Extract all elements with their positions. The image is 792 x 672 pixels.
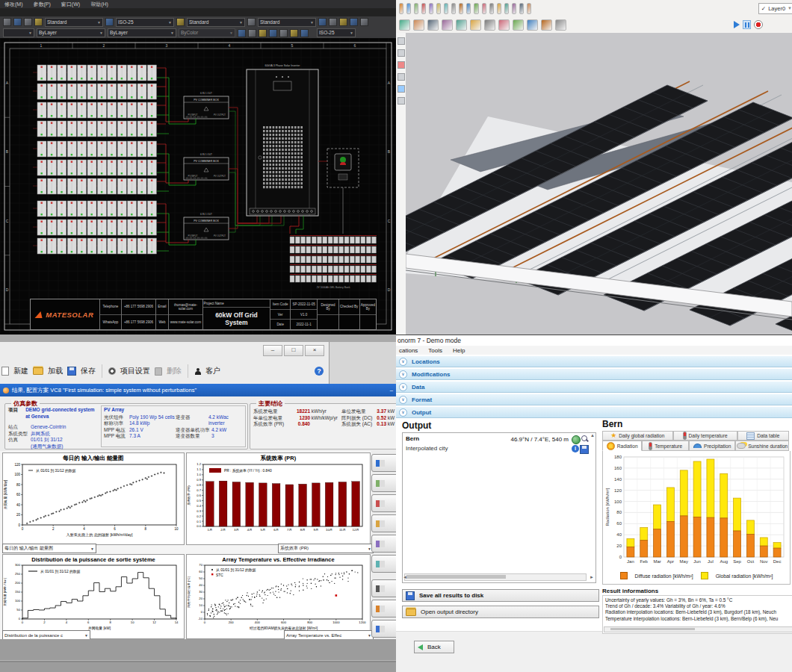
edit-tool-icon-6[interactable] [484, 19, 495, 31]
left-tool-icon-1[interactable] [397, 37, 405, 45]
edit-tool-icon-11[interactable] [413, 19, 424, 31]
info-icon[interactable]: i [572, 445, 579, 452]
result-tool-button-2[interactable] [371, 474, 396, 492]
tab-sunshine-duration[interactable]: Sunshine duration [735, 441, 789, 451]
list-scroll-right[interactable]: ► [590, 574, 594, 581]
chart-io-selector[interactable]: 每日的 输入/输出 能量图▼ [2, 544, 96, 553]
modeler-tool-icon-12[interactable] [482, 3, 486, 14]
cad-drawing-canvas[interactable]: 123456AABBCCDD6 IN 1 OUTPV COMBINER BOXP… [0, 38, 396, 335]
layer-dropdown[interactable]: ✓ Layer0 ▼ [758, 3, 792, 14]
menu-locations[interactable]: cations [399, 347, 418, 354]
modeler-tool-icon-15[interactable] [504, 3, 509, 14]
cad-icon-13[interactable] [269, 29, 277, 37]
cad-text-style-combo[interactable]: Standard▼ [45, 18, 103, 27]
cad-menu-modify[interactable]: 修改(M) [4, 1, 23, 8]
save-icon[interactable] [67, 367, 76, 376]
cad-menu-help[interactable]: 帮助(H) [90, 1, 108, 8]
modeler-tool-icon-8[interactable] [451, 3, 456, 14]
open-output-button[interactable]: Open output directory [402, 606, 599, 618]
modeler-tool-icon-4[interactable] [421, 3, 426, 14]
load-icon[interactable] [33, 367, 43, 375]
modeler-tool-icon-14[interactable] [497, 3, 501, 14]
tab-daily-global-radiation[interactable]: ★Daily global radiation [602, 431, 673, 441]
cad-icon-1[interactable] [3, 18, 11, 26]
cad-icon-16[interactable] [300, 29, 309, 37]
cad-linetype-combo[interactable]: ByLayer▼ [108, 28, 176, 37]
modeler-tool-icon-3[interactable] [414, 3, 418, 14]
cad-menu-window[interactable]: 窗口(W) [61, 1, 80, 8]
left-tool-icon-3[interactable] [397, 61, 405, 69]
accordion-modifications[interactable]: ∨Modifications [396, 368, 792, 380]
left-tool-icon-6[interactable] [397, 97, 405, 105]
result-tool-button-5[interactable] [371, 535, 396, 553]
cad-icon-15[interactable] [290, 29, 298, 37]
edit-tool-icon-9[interactable] [442, 19, 453, 31]
result-hscrollbar[interactable] [604, 626, 792, 632]
save-results-button[interactable]: Save all results to disk [402, 589, 599, 602]
cad-icon-2[interactable] [13, 18, 22, 26]
cad-icon-6[interactable] [329, 18, 337, 26]
cad-dim-icon[interactable] [105, 18, 114, 26]
modeler-tool-icon-5[interactable] [429, 3, 433, 14]
tab-radiation[interactable]: Radiation [602, 441, 642, 451]
result-tool-button-4[interactable] [371, 514, 396, 532]
tab-temperature[interactable]: Temperature [642, 441, 689, 451]
cad-icon-5[interactable] [318, 18, 327, 26]
modeler-tool-icon-2[interactable] [406, 3, 411, 14]
cad-mleader-style-combo[interactable]: Standard▼ [258, 18, 316, 27]
cad-icon-10[interactable] [238, 29, 246, 37]
edit-tool-icon-12[interactable] [399, 19, 410, 31]
list-hscrollbar[interactable] [404, 573, 587, 581]
delete-label[interactable]: 删除 [167, 366, 182, 376]
tab-precipitation[interactable]: Precipitation [689, 441, 736, 451]
save-label[interactable]: 保存 [81, 366, 96, 376]
new-label[interactable]: 新建 [13, 366, 28, 376]
modeler-tool-icon-11[interactable] [474, 3, 478, 14]
modeler-tool-icon-7[interactable] [444, 3, 448, 14]
pause-icon[interactable] [743, 20, 751, 29]
modeler-tool-icon-13[interactable] [489, 3, 494, 14]
tab-data-table[interactable]: Data table [737, 431, 789, 441]
cad-icon-8[interactable] [350, 18, 358, 26]
cad-icon-3[interactable] [24, 18, 32, 26]
play-icon[interactable] [734, 21, 740, 28]
menu-help[interactable]: Help [453, 347, 465, 354]
settings-icon[interactable] [108, 367, 116, 375]
map-icon[interactable] [572, 435, 581, 444]
help-icon[interactable]: ? [315, 367, 324, 376]
edit-tool-icon-7[interactable] [470, 19, 481, 31]
edit-tool-icon-8[interactable] [456, 19, 467, 31]
settings-label[interactable]: 项目设置 [120, 366, 150, 376]
close-button[interactable]: × [305, 345, 324, 356]
cad-mleader-icon[interactable] [247, 18, 256, 26]
edit-tool-icon-5[interactable] [498, 19, 510, 31]
accordion-data[interactable]: ∨Data [396, 381, 792, 393]
cad-icon-9[interactable] [360, 18, 368, 26]
cad-icon-14[interactable] [279, 29, 288, 37]
delete-icon[interactable] [155, 367, 162, 376]
accordion-locations[interactable]: ∨Locations [396, 355, 792, 367]
inspect-icon[interactable] [581, 435, 589, 443]
cad-table-icon[interactable] [176, 18, 185, 26]
back-button[interactable]: Back [414, 641, 454, 653]
minimize-button[interactable]: – [263, 345, 282, 356]
tab-daily-temperature[interactable]: Daily temperature [673, 431, 737, 441]
left-tool-icon-4[interactable] [397, 73, 405, 81]
save-location-icon[interactable] [580, 445, 589, 454]
customer-icon[interactable] [194, 368, 201, 375]
modeler-tool-icon-6[interactable] [436, 3, 441, 14]
result-tool-button-3[interactable] [371, 494, 396, 512]
modeler-tool-icon-9[interactable] [459, 3, 463, 14]
cad-icon-7[interactable] [339, 18, 347, 26]
cad-dim-style-combo[interactable]: ISO-25▼ [116, 18, 174, 27]
result-tool-button-9[interactable] [371, 620, 396, 638]
left-tool-icon-5[interactable] [397, 85, 405, 93]
modeler-tool-icon-17[interactable] [519, 3, 524, 14]
edit-tool-icon-2[interactable] [541, 19, 552, 31]
edit-tool-icon-3[interactable] [527, 19, 538, 31]
load-label[interactable]: 加载 [48, 366, 63, 376]
cad-dimstyle2-combo[interactable]: ISO-25▼ [317, 28, 356, 37]
3d-viewport[interactable] [406, 33, 792, 335]
panel-minimize[interactable]: – [390, 387, 393, 393]
result-tool-button-1[interactable] [371, 454, 396, 472]
